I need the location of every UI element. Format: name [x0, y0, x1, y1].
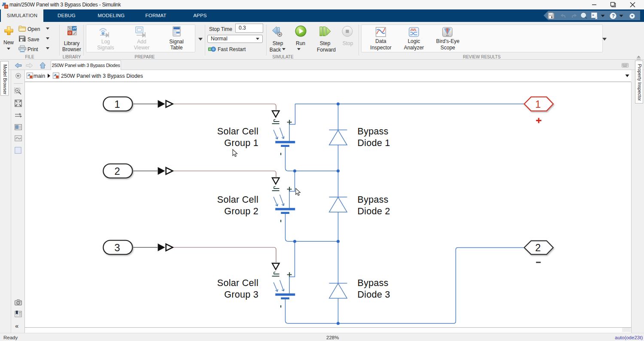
svg-text:»: » [592, 13, 594, 17]
svg-text:Diode 3: Diode 3 [358, 289, 390, 300]
svg-text:2: 2 [535, 242, 541, 253]
svg-text:Solar Cell: Solar Cell [217, 278, 258, 288]
svg-text:Diode 2: Diode 2 [358, 206, 390, 216]
svg-text:1: 1 [114, 99, 120, 110]
svg-text:?: ? [612, 13, 615, 18]
svg-text:Diode 1: Diode 1 [358, 138, 390, 148]
svg-text:1: 1 [535, 99, 541, 110]
svg-text:Group 2: Group 2 [224, 206, 258, 216]
svg-text:Model Browser: Model Browser [3, 64, 8, 95]
svg-text:Group 3: Group 3 [224, 289, 258, 300]
svg-text:Bypass: Bypass [358, 195, 389, 205]
svg-text:Group 1: Group 1 [224, 138, 258, 148]
svg-text:Bypass: Bypass [358, 278, 389, 288]
svg-text:Bypass: Bypass [358, 126, 389, 137]
svg-text:3: 3 [114, 242, 120, 253]
svg-text:Solar Cell: Solar Cell [217, 126, 258, 137]
svg-text:2: 2 [114, 166, 120, 177]
svg-text:Solar Cell: Solar Cell [217, 195, 258, 205]
svg-text:Property Inspector: Property Inspector [637, 64, 642, 101]
